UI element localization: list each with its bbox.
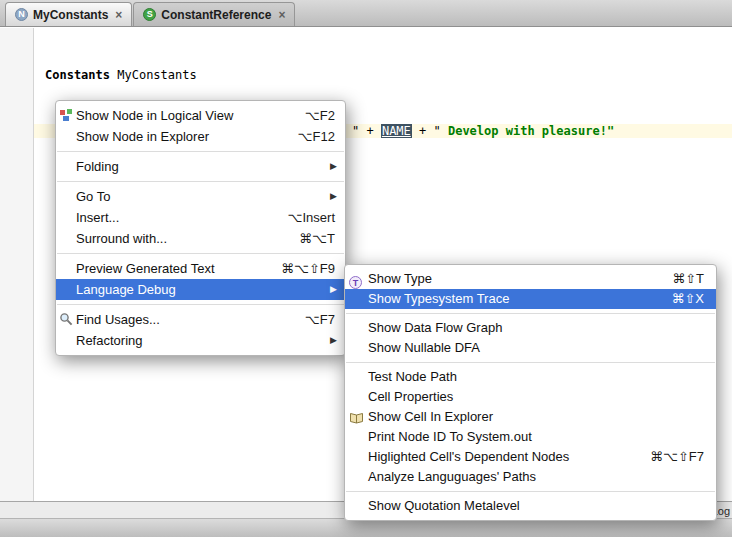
operator: " + (352, 124, 381, 138)
editor-tab-bar: N MyConstants × S ConstantReference × (0, 0, 732, 27)
menu-item-show-typesystem-trace[interactable]: Show Typesystem Trace ⌘⇧X (345, 289, 716, 309)
string-literal: Develop with pleasure!" (448, 124, 614, 138)
logical-view-icon (59, 108, 74, 123)
menu-item-label: Go To (76, 189, 110, 204)
menu-item-show-node-in-logical-view[interactable]: Show Node in Logical View ⌥F2 (56, 105, 345, 126)
close-icon[interactable]: × (278, 9, 285, 21)
menu-item-show-quotation-metalevel[interactable]: Show Quotation Metalevel (345, 496, 716, 516)
mps-ide-window: N MyConstants × S ConstantReference × Co… (0, 0, 732, 537)
submenu-arrow-icon: ▶ (330, 279, 337, 300)
menu-item-label: Show Quotation Metalevel (368, 498, 520, 513)
operator: + " (412, 124, 448, 138)
menu-item-label: Show Node in Explorer (76, 129, 209, 144)
type-icon: T (349, 272, 364, 287)
menu-item-shortcut: ⌥F2 (305, 105, 335, 126)
menu-item-shortcut: ⌘⇧T (672, 269, 704, 289)
menu-item-label: Show Data Flow Graph (368, 320, 502, 335)
menu-item-shortcut: ⌥F7 (305, 309, 335, 330)
menu-item-show-type[interactable]: T Show Type ⌘⇧T (345, 269, 716, 289)
menu-item-test-node-path[interactable]: Test Node Path (345, 367, 716, 387)
menu-separator (346, 491, 715, 492)
menu-item-label: Cell Properties (368, 389, 453, 404)
menu-item-show-cell-in-explorer[interactable]: Show Cell In Explorer (345, 407, 716, 427)
menu-item-show-data-flow-graph[interactable]: Show Data Flow Graph (345, 318, 716, 338)
keyword: Constants (45, 68, 117, 82)
code-line: Constants MyConstants (45, 68, 312, 82)
menu-item-shortcut: ⌥Insert (288, 207, 336, 228)
menu-item-label: Show Nullable DFA (368, 340, 480, 355)
menu-item-shortcut: ⌘⌥⇧F7 (650, 447, 704, 467)
menu-item-shortcut: ⌘⇧X (671, 289, 704, 309)
menu-item-label: Print Node ID To System.out (368, 429, 532, 444)
menu-item-refactoring[interactable]: Refactoring ▶ (56, 330, 345, 351)
tab-myconstants[interactable]: N MyConstants × (5, 2, 132, 26)
editor-gutter (0, 28, 34, 502)
menu-separator (57, 304, 344, 305)
menu-separator (57, 151, 344, 152)
menu-item-label: Refactoring (76, 333, 142, 348)
status-bar (0, 519, 732, 537)
submenu-arrow-icon: ▶ (330, 156, 337, 177)
tab-label: MyConstants (33, 8, 108, 22)
menu-item-label: Find Usages... (76, 312, 160, 327)
menu-item-label: Surround with... (76, 231, 167, 246)
menu-item-label: Show Node in Logical View (76, 108, 233, 123)
menu-item-highlighted-cells-dependent-nodes[interactable]: Higlighted Cell's Dependent Nodes ⌘⌥⇧F7 (345, 447, 716, 467)
concept-icon: S (143, 8, 156, 21)
menu-item-label: Show Typesystem Trace (368, 291, 509, 306)
menu-item-analyze-languages-paths[interactable]: Analyze Languguages' Paths (345, 467, 716, 487)
magnifier-icon (59, 312, 74, 327)
tab-label: ConstantReference (161, 8, 271, 22)
menu-item-label: Show Cell In Explorer (368, 409, 493, 424)
menu-separator (57, 181, 344, 182)
menu-item-find-usages[interactable]: Find Usages... ⌥F7 (56, 309, 345, 330)
code-line-partial: " + NAME + " Develop with pleasure!" (352, 124, 614, 138)
menu-item-show-node-in-explorer[interactable]: Show Node in Explorer ⌥F12 (56, 126, 345, 147)
menu-item-label: Language Debug (76, 282, 176, 297)
menu-item-insert[interactable]: Insert... ⌥Insert (56, 207, 345, 228)
menu-item-folding[interactable]: Folding ▶ (56, 156, 345, 177)
menu-item-label: Folding (76, 159, 119, 174)
selected-cell[interactable]: NAME (381, 124, 412, 138)
book-icon (349, 410, 364, 425)
editor-context-menu: Show Node in Logical View ⌥F2 Show Node … (55, 100, 346, 356)
menu-separator (57, 253, 344, 254)
menu-item-cell-properties[interactable]: Cell Properties (345, 387, 716, 407)
menu-separator (346, 313, 715, 314)
menu-item-surround-with[interactable]: Surround with... ⌘⌥T (56, 228, 345, 249)
menu-item-label: Analyze Languguages' Paths (368, 469, 536, 484)
close-icon[interactable]: × (115, 9, 122, 21)
menu-item-label: Preview Generated Text (76, 261, 215, 276)
menu-item-label: Insert... (76, 210, 119, 225)
tab-constantreference[interactable]: S ConstantReference × (133, 2, 295, 26)
menu-item-preview-generated-text[interactable]: Preview Generated Text ⌘⌥⇧F9 (56, 258, 345, 279)
language-debug-submenu: T Show Type ⌘⇧T Show Typesystem Trace ⌘⇧… (344, 264, 717, 521)
menu-item-print-node-id[interactable]: Print Node ID To System.out (345, 427, 716, 447)
menu-item-language-debug[interactable]: Language Debug ▶ (56, 279, 345, 300)
menu-item-shortcut: ⌥F12 (298, 126, 335, 147)
type-icon-letter: T (349, 276, 362, 289)
menu-item-go-to[interactable]: Go To ▶ (56, 186, 345, 207)
submenu-arrow-icon: ▶ (330, 330, 337, 351)
menu-item-label: Show Type (368, 271, 432, 286)
submenu-arrow-icon: ▶ (330, 186, 337, 207)
menu-item-shortcut: ⌘⌥⇧F9 (281, 258, 335, 279)
menu-item-label: Higlighted Cell's Dependent Nodes (368, 449, 569, 464)
menu-item-shortcut: ⌘⌥T (299, 228, 335, 249)
node-icon: N (15, 8, 28, 21)
identifier: MyConstants (117, 68, 196, 82)
menu-item-show-nullable-dfa[interactable]: Show Nullable DFA (345, 338, 716, 358)
menu-item-label: Test Node Path (368, 369, 457, 384)
menu-separator (346, 362, 715, 363)
